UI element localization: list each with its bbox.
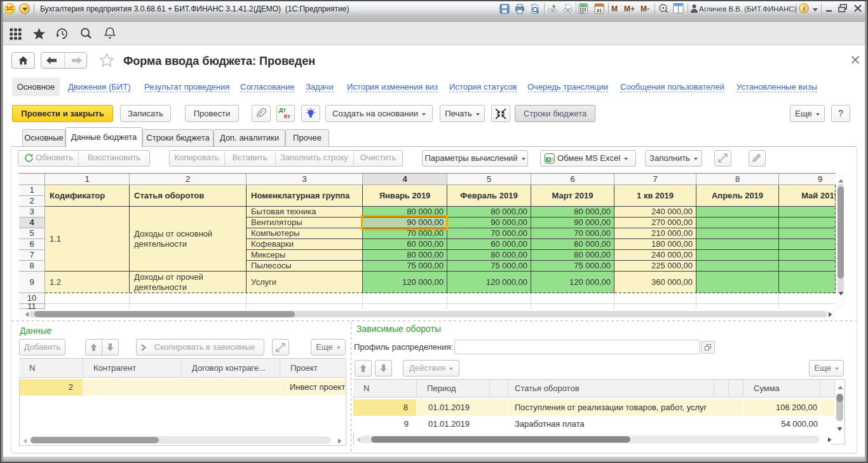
svg-text:31: 31 [597, 8, 602, 13]
